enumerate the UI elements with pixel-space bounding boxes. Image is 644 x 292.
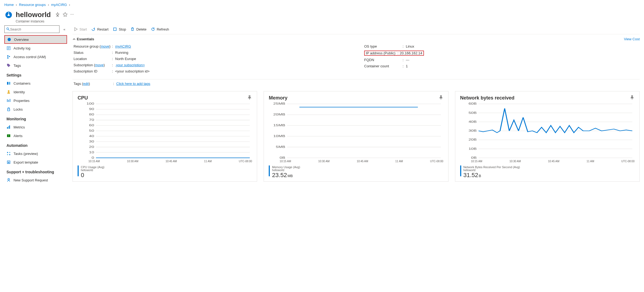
- pin-icon[interactable]: [630, 95, 635, 101]
- label-fqdn: FQDN: [364, 58, 403, 62]
- pin-icon[interactable]: [55, 12, 60, 17]
- delete-button[interactable]: Delete: [130, 27, 147, 31]
- svg-text:20: 20: [89, 145, 94, 148]
- svg-rect-20: [9, 125, 10, 129]
- toolbar: Start Restart Stop Delete Refresh: [72, 25, 640, 34]
- label-status: Status: [74, 51, 112, 55]
- label-subscription: Subscription (move): [74, 63, 112, 67]
- chart-card: Memory 0B5MB10MB15MB20MB25MB 10:15 AM10:…: [264, 91, 448, 182]
- chart-card: CPU 0102030405060708090100 10:15 AM10:30…: [72, 91, 257, 182]
- svg-text:0B: 0B: [280, 156, 286, 159]
- trash-icon: [130, 27, 135, 31]
- container-instance-icon: [4, 11, 13, 19]
- move-rg-link[interactable]: move: [101, 44, 109, 48]
- search-icon: [6, 27, 10, 31]
- breadcrumb-home[interactable]: Home: [4, 3, 14, 7]
- sidebar-item-alerts[interactable]: ! Alerts: [4, 131, 67, 140]
- sidebar-item-metrics[interactable]: Metrics: [4, 123, 67, 131]
- svg-text:60B: 60B: [469, 102, 477, 105]
- sidebar-item-export[interactable]: Export template: [4, 158, 67, 167]
- identity-icon: [6, 90, 11, 94]
- chart-xaxis: 10:15 AM10:30 AM10:45 AM11 AMUTC-08:00: [280, 160, 443, 163]
- chart-title: Memory: [269, 95, 287, 101]
- more-icon[interactable]: ⋯: [70, 12, 75, 17]
- svg-point-4: [8, 38, 11, 41]
- sidebar-item-overview[interactable]: Overview: [4, 35, 67, 44]
- metric-value: 0: [81, 172, 84, 178]
- svg-text:10: 10: [89, 151, 94, 154]
- sidebar-item-activity[interactable]: Activity log: [4, 44, 67, 52]
- value-rg[interactable]: myACIRG: [115, 44, 131, 48]
- label-os: OS type: [364, 44, 403, 48]
- svg-point-2: [7, 28, 9, 30]
- play-icon: [74, 27, 78, 31]
- label-cc: Container count: [364, 64, 403, 68]
- chevron-right-icon: ›: [16, 3, 17, 7]
- add-tags-link[interactable]: Click here to add tags: [116, 82, 150, 86]
- chart-metric: Network Bytes Received Per Second (Avg) …: [460, 165, 635, 179]
- pin-icon[interactable]: [439, 95, 443, 101]
- svg-text:50B: 50B: [469, 111, 477, 114]
- tasks-icon: [6, 151, 11, 156]
- sidebar-item-tasks[interactable]: Tasks (preview): [4, 149, 67, 158]
- svg-rect-18: [7, 127, 8, 129]
- sidebar-item-properties[interactable]: Properties: [4, 96, 67, 105]
- chart-plot: 0B10B20B30B40B50B60B: [460, 102, 635, 159]
- edit-tags-link[interactable]: edit: [83, 82, 89, 86]
- support-icon: [6, 178, 11, 182]
- chart-metric: CPU Usage (Avg) helloworld 0: [78, 165, 252, 179]
- sidebar-section-support: Support + troubleshooting: [4, 167, 67, 176]
- essentials-header[interactable]: Essentials View Cost: [72, 34, 640, 42]
- search-input[interactable]: [4, 25, 59, 33]
- sidebar-item-iam[interactable]: Access control (IAM): [4, 52, 67, 61]
- sidebar-section-settings: Settings: [4, 70, 67, 79]
- chart-plot: 0B5MB10MB15MB20MB25MB: [269, 102, 443, 159]
- svg-text:60: 60: [89, 124, 94, 127]
- chart-xaxis: 10:15 AM10:30 AM10:45 AM11 AMUTC-08:00: [471, 160, 635, 163]
- breadcrumb-rg[interactable]: Resource groups: [19, 3, 46, 7]
- svg-text:100: 100: [87, 102, 94, 105]
- sidebar-item-support-request[interactable]: New Support Request: [4, 176, 67, 184]
- stop-button[interactable]: Stop: [113, 27, 126, 31]
- sidebar-item-tags[interactable]: Tags: [4, 61, 67, 70]
- svg-rect-19: [8, 126, 9, 129]
- chevron-up-icon: [72, 38, 76, 41]
- chart-card: Network bytes received 0B10B20B30B40B50B…: [455, 91, 640, 182]
- svg-rect-1: [8, 12, 9, 13]
- svg-text:30: 30: [89, 140, 94, 143]
- metric-host: helloworld: [272, 169, 300, 172]
- value-fqdn: ---: [406, 58, 409, 62]
- sidebar-item-containers[interactable]: Containers: [4, 79, 67, 88]
- svg-text:20B: 20B: [469, 138, 477, 141]
- sidebar-item-locks[interactable]: Locks: [4, 105, 67, 114]
- stop-icon: [113, 27, 117, 31]
- svg-point-10: [9, 56, 10, 57]
- sidebar-item-identity[interactable]: Identity: [4, 88, 67, 96]
- svg-text:10B: 10B: [469, 147, 477, 150]
- value-subscription[interactable]: ,your subscription>: [115, 63, 145, 67]
- collapse-sidebar-icon[interactable]: «: [62, 27, 67, 31]
- chart-metric: Memory Usage (Avg) helloworld 23.52MB: [269, 165, 443, 179]
- view-cost-link[interactable]: View Cost: [624, 37, 640, 41]
- refresh-button[interactable]: Refresh: [151, 27, 169, 31]
- svg-text:40B: 40B: [469, 120, 477, 123]
- charts-row: CPU 0102030405060708090100 10:15 AM10:30…: [72, 91, 640, 182]
- restart-button[interactable]: Restart: [91, 27, 108, 31]
- value-location: North Europe: [115, 57, 136, 61]
- metric-value: 23.52: [272, 172, 287, 178]
- metric-host: helloworld: [463, 169, 520, 172]
- move-sub-link[interactable]: move: [95, 63, 104, 67]
- label-ip: IP address (Public): [366, 51, 396, 55]
- svg-point-9: [7, 55, 9, 57]
- label-location: Location: [74, 57, 112, 61]
- star-icon[interactable]: [63, 12, 68, 17]
- start-button[interactable]: Start: [74, 27, 87, 31]
- metric-color-bar: [78, 165, 79, 176]
- tag-icon: [6, 63, 11, 68]
- containers-icon: [6, 81, 11, 85]
- breadcrumb-group[interactable]: myACIRG: [51, 3, 67, 7]
- ip-highlight: IP address (Public) : 20.166.162.14: [364, 51, 424, 56]
- svg-text:10MB: 10MB: [273, 134, 285, 138]
- chevron-right-icon: ›: [48, 3, 49, 7]
- pin-icon[interactable]: [247, 95, 252, 101]
